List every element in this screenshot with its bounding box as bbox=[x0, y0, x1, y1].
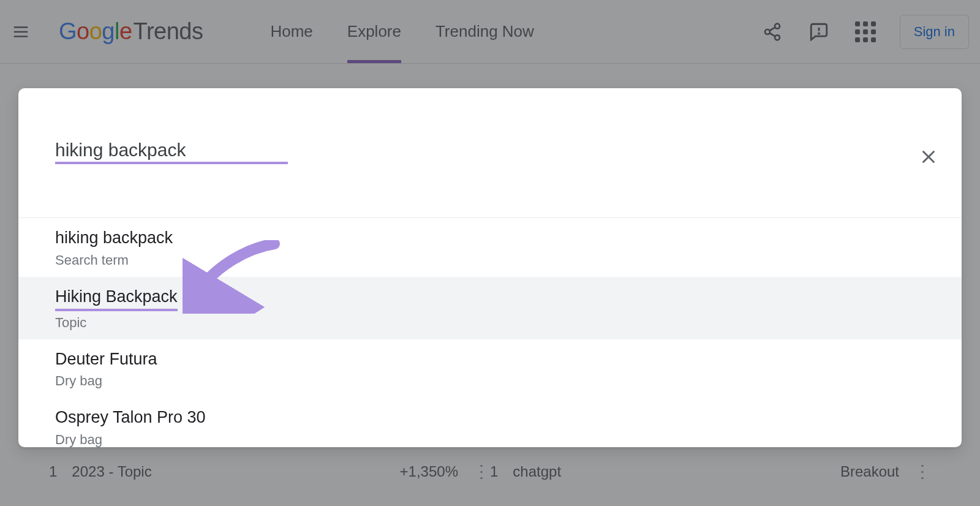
search-area bbox=[18, 88, 962, 218]
suggestion-subtitle: Topic bbox=[55, 315, 925, 331]
suggestion-title: hiking backpack bbox=[55, 228, 925, 249]
suggestion-item[interactable]: hiking backpack Search term bbox=[18, 218, 962, 277]
suggestion-title: Hiking Backpack bbox=[55, 287, 178, 311]
suggestion-item[interactable]: Deuter Futura Dry bag bbox=[18, 339, 962, 398]
clear-input-icon[interactable] bbox=[919, 147, 938, 167]
suggestion-item[interactable]: Hiking Backpack Topic bbox=[18, 277, 962, 339]
search-input[interactable] bbox=[55, 140, 241, 160]
suggestion-subtitle: Search term bbox=[55, 252, 925, 268]
page-root: Google Trends Home Explore Trending Now bbox=[0, 0, 980, 506]
suggestion-item[interactable]: Osprey Talon Pro 30 Dry bag bbox=[18, 398, 962, 447]
suggestion-title: Osprey Talon Pro 30 bbox=[55, 407, 925, 428]
suggestion-subtitle: Dry bag bbox=[55, 432, 925, 447]
search-panel: hiking backpack Search term Hiking Backp… bbox=[18, 88, 962, 447]
suggestion-list: hiking backpack Search term Hiking Backp… bbox=[18, 218, 962, 447]
suggestion-title: Deuter Futura bbox=[55, 349, 925, 370]
suggestion-subtitle: Dry bag bbox=[55, 373, 925, 389]
